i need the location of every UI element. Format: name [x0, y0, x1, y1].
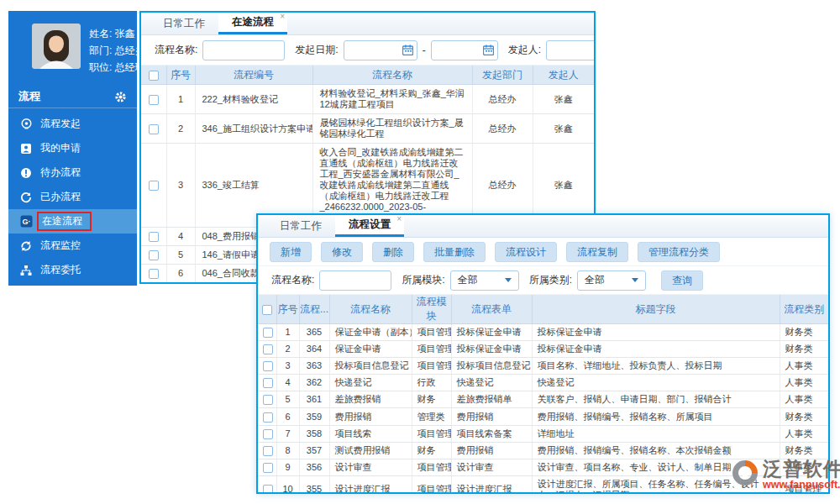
- process-name-input[interactable]: [319, 270, 391, 291]
- row-checkbox[interactable]: [263, 412, 273, 423]
- sidebar-item-my-applications[interactable]: 我的申请: [8, 136, 137, 160]
- category-label: 所属类别:: [529, 273, 572, 287]
- table-cell: 行政: [412, 375, 451, 391]
- add-button[interactable]: 新增: [270, 242, 312, 262]
- row-checkbox[interactable]: [263, 463, 273, 473]
- table-cell: 张鑫: [533, 114, 594, 144]
- category-select[interactable]: 全部: [577, 270, 646, 291]
- row-checkbox[interactable]: [149, 250, 159, 260]
- row-checkbox[interactable]: [263, 395, 273, 405]
- calendar-icon[interactable]: [483, 45, 494, 58]
- tab-in-transit[interactable]: 在途流程 ×: [218, 12, 287, 34]
- table-cell: 项目管理: [412, 358, 451, 375]
- table-row: 6359费用报销管理类费用报销费用报销、报销编号、报销名称、所属项目财务类: [258, 408, 828, 425]
- process-design-button[interactable]: 流程设计: [495, 242, 557, 262]
- edit-button[interactable]: 修改: [321, 242, 363, 262]
- tab-process-settings[interactable]: 流程设置 ×: [335, 214, 404, 237]
- row-checkbox[interactable]: [263, 328, 273, 338]
- calendar-icon[interactable]: [402, 45, 413, 58]
- select-all-checkbox[interactable]: [149, 71, 159, 81]
- user-profile: 姓名: 张鑫 部门: 总经办 职位: 总经理: [8, 11, 137, 86]
- initiator-label: 发起人:: [508, 43, 541, 57]
- vendor-url: www.fanpusoft.com: [763, 479, 840, 491]
- table-row: 7358项目线索项目管理项目线索备案详细地址人事类: [258, 425, 828, 442]
- sidebar-menu: 流程发起 我的申请 待办流程 已办流程: [8, 108, 137, 307]
- table-cell: 项目线索: [329, 425, 412, 442]
- table-cell: 投标保证金申请: [532, 324, 780, 341]
- table-cell: 359: [299, 408, 329, 425]
- delete-button[interactable]: 删除: [372, 242, 414, 262]
- row-checkbox[interactable]: [149, 95, 159, 105]
- row-checkbox[interactable]: [263, 429, 273, 439]
- sidebar-section-label: 流程: [18, 89, 40, 104]
- close-icon[interactable]: ×: [396, 215, 402, 223]
- col-header-initiator: 发起人: [533, 66, 594, 85]
- table-cell: 费用报销、报销编号、报销名称、本次报销金额: [532, 442, 780, 459]
- chevron-down-icon: [632, 278, 638, 282]
- table-row: 2364保证金申请项目管理投标保证金申请投标保证金申请财务类: [258, 341, 828, 358]
- table-cell: 4: [166, 228, 195, 246]
- table-cell: 358: [299, 425, 329, 442]
- table-cell: 人事类: [780, 425, 828, 442]
- close-icon[interactable]: ×: [280, 13, 285, 21]
- sidebar-item-in-transit-processes[interactable]: G· 在途流程: [8, 209, 137, 234]
- table-cell: 项目管理: [412, 324, 451, 341]
- row-checkbox[interactable]: [149, 232, 159, 242]
- table-cell: 投标保证金申请: [451, 324, 532, 341]
- module-select[interactable]: 全部: [450, 270, 519, 291]
- table-cell: 快递登记: [532, 375, 780, 391]
- search-button[interactable]: 查询: [661, 270, 703, 291]
- row-checkbox[interactable]: [263, 361, 273, 371]
- table-cell: 财务: [412, 391, 451, 408]
- sidebar-item-pending-processes[interactable]: 待办流程: [8, 160, 137, 185]
- front-tabbar: 日常工作 流程设置 ×: [258, 215, 828, 238]
- table-cell: 人事类: [780, 391, 828, 408]
- sidebar-item-delegated-processes[interactable]: 被委托流程: [8, 282, 137, 307]
- col-header-seq: 序号: [166, 66, 195, 85]
- table-cell: 356: [299, 459, 329, 475]
- table-cell: 费用报销: [451, 442, 532, 459]
- row-checkbox[interactable]: [263, 344, 273, 354]
- sidebar-item-done-processes[interactable]: 已办流程: [8, 185, 137, 209]
- table-cell: 项目名称、详细地址、投标负责人、投标日期: [532, 358, 780, 375]
- table-cell: 投标保证金申请: [451, 341, 532, 358]
- manage-category-button[interactable]: 管理流程分类: [638, 242, 720, 262]
- process-name-label: 流程名称:: [155, 43, 197, 57]
- table-cell: 保证金申请（副本）: [329, 324, 412, 341]
- row-checkbox[interactable]: [149, 181, 159, 191]
- row-checkbox[interactable]: [149, 269, 159, 279]
- in-transit-label-annotated: 在途流程: [37, 212, 92, 231]
- table-cell: 项目管理: [412, 425, 451, 442]
- table-cell: 财务类: [780, 341, 828, 358]
- table-cell: 项目线索备案: [451, 425, 532, 442]
- gear-icon[interactable]: [113, 90, 127, 103]
- row-checkbox[interactable]: [263, 378, 273, 388]
- table-cell: 2: [166, 114, 195, 144]
- sidebar-item-process-monitor[interactable]: 流程监控: [8, 234, 137, 258]
- table-header-row: 序号 流程编号 流程名称 发起部门 发起人: [141, 66, 594, 85]
- select-all-checkbox[interactable]: [262, 305, 272, 315]
- row-checkbox[interactable]: [263, 485, 273, 494]
- table-cell: 差旅费报销: [329, 391, 412, 408]
- tab-daily-work[interactable]: 日常工作: [266, 215, 335, 237]
- row-checkbox[interactable]: [263, 446, 273, 456]
- sidebar-item-process-start[interactable]: 流程发起: [8, 112, 137, 136]
- back-tabbar: 日常工作 在途流程 ×: [141, 13, 594, 35]
- process-name-label: 流程名称:: [271, 273, 314, 287]
- table-row: 4362快递登记行政快递登记快递登记人事类: [258, 375, 828, 391]
- col-header-id: 流程...: [299, 295, 329, 324]
- table-cell: 测试费用报销: [329, 442, 412, 459]
- tab-daily-work[interactable]: 日常工作: [150, 13, 218, 34]
- col-header-form: 流程表单: [451, 295, 532, 324]
- sidebar-item-process-delegate[interactable]: 流程委托: [8, 258, 137, 282]
- table-cell: 财务: [412, 442, 451, 459]
- process-toolbar: 新增 修改 删除 批量删除 流程设计 流程复制 管理流程分类: [258, 238, 828, 266]
- process-copy-button[interactable]: 流程复制: [566, 242, 628, 262]
- table-cell: 5: [276, 391, 299, 408]
- table-cell: 365: [299, 324, 329, 341]
- batch-delete-button[interactable]: 批量删除: [423, 242, 486, 262]
- initiator-input[interactable]: [546, 40, 596, 60]
- row-checkbox[interactable]: [149, 124, 159, 134]
- process-name-input[interactable]: [202, 40, 285, 60]
- module-label: 所属模块:: [402, 273, 444, 287]
